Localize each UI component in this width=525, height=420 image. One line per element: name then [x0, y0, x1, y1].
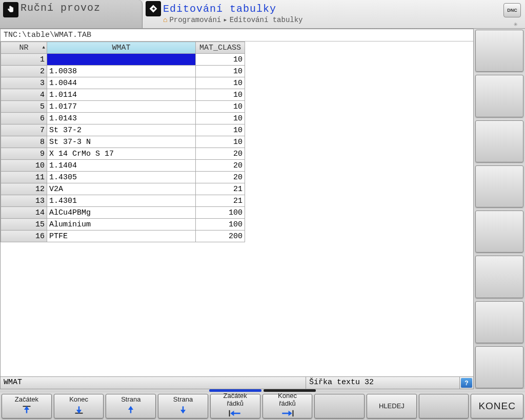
cell-wmat[interactable]: AlCu4PBMg	[47, 207, 196, 219]
cell-nr: 16	[1, 230, 47, 242]
softkey-hledej[interactable]: HLEDEJ	[367, 394, 417, 418]
table-row[interactable]: 7St 37-210	[1, 124, 245, 136]
cell-wmat[interactable]: St 37-2	[47, 124, 196, 136]
cell-wmat[interactable]	[47, 54, 196, 66]
cell-nr: 1	[1, 54, 47, 66]
right-softkey[interactable]	[475, 211, 523, 253]
softkey-bar: ZačátekKonecStranaStranaZačátekřádkůKone…	[0, 392, 525, 420]
cell-wmat[interactable]: 1.4305	[47, 172, 196, 183]
tab-manual-mode[interactable]: Ruční provoz	[0, 0, 143, 28]
hand-icon	[3, 2, 18, 17]
svg-marker-8	[128, 406, 133, 410]
table-row[interactable]: 9X 14 CrMo S 1720	[1, 148, 245, 160]
softkey-label: HLEDEJ	[379, 403, 405, 410]
chevron-right-icon: ▸	[223, 15, 227, 24]
file-path: TNC:\table\WMAT.TAB	[1, 29, 473, 41]
cell-nr: 8	[1, 136, 47, 148]
tab-edit-table[interactable]: Editování tabulky ⌂ Programování ▸ Edito…	[143, 0, 525, 28]
sort-asc-icon: ▲	[43, 45, 45, 50]
tab-edit-label: Editování tabulky	[163, 3, 276, 15]
right-softkey[interactable]	[475, 30, 523, 72]
cell-nr: 11	[1, 172, 47, 183]
cell-wmat[interactable]: PTFE	[47, 230, 196, 242]
right-softkey[interactable]	[475, 256, 523, 298]
table-row[interactable]: 61.014310	[1, 113, 245, 124]
cell-wmat[interactable]: 1.4301	[47, 195, 196, 207]
cell-nr: 4	[1, 89, 47, 101]
cell-wmat[interactable]: X 14 CrMo S 17	[47, 148, 196, 160]
table-row[interactable]: 111.430520	[1, 172, 245, 183]
cell-wmat[interactable]: St 37-3 N	[47, 136, 196, 148]
right-softkey[interactable]	[475, 301, 523, 343]
table-row[interactable]: 131.430121	[1, 195, 245, 207]
cell-wmat[interactable]: 1.0177	[47, 101, 196, 113]
table-area[interactable]: NR▲ WMAT MAT_CLASS 11021.00381031.004410…	[1, 41, 473, 376]
softkey-zatek-dk[interactable]: Začátekřádků	[210, 394, 260, 418]
col-header-nr[interactable]: NR▲	[1, 42, 47, 54]
arrow-down-icon	[175, 405, 191, 416]
softkey-konec[interactable]: KONEC	[471, 394, 523, 418]
cell-mat-class: 21	[196, 195, 245, 207]
softkey-strana[interactable]: Strana	[158, 394, 208, 418]
content-area: TNC:\table\WMAT.TAB NR▲ WMAT MAT_CLASS 1…	[0, 29, 474, 389]
softkey-strana[interactable]: Strana	[106, 394, 156, 418]
cell-mat-class: 100	[196, 219, 245, 230]
table-row[interactable]: 41.011410	[1, 89, 245, 101]
softkey-empty	[314, 394, 365, 418]
cell-wmat[interactable]: 1.0044	[47, 77, 196, 89]
status-bar: WMAT Šířka textu 32 ?	[1, 376, 473, 389]
table-row[interactable]: 15Aluminium100	[1, 219, 245, 230]
table-row[interactable]: 110	[1, 54, 245, 66]
table-row[interactable]: 16PTFE200	[1, 230, 245, 242]
softkey-konec[interactable]: Konec	[54, 394, 104, 418]
cell-wmat[interactable]: V2A	[47, 183, 196, 195]
table-row[interactable]: 14AlCu4PBMg100	[1, 207, 245, 219]
softkey-label: Začátek	[15, 396, 38, 404]
table-row[interactable]: 8St 37-3 N10	[1, 136, 245, 148]
svg-marker-16	[289, 411, 292, 416]
softkey-zatek[interactable]: Začátek	[2, 394, 52, 418]
cell-mat-class: 20	[196, 160, 245, 172]
softkey-konec-dk[interactable]: Konecřádků	[262, 394, 313, 418]
diamond-icon	[146, 1, 161, 16]
right-softkey[interactable]	[475, 120, 523, 162]
cell-mat-class: 100	[196, 207, 245, 219]
cell-nr: 9	[1, 148, 47, 160]
cell-mat-class: 20	[196, 172, 245, 183]
cell-mat-class: 10	[196, 101, 245, 113]
breadcrumb-item[interactable]: Programování	[169, 16, 221, 24]
cell-nr: 12	[1, 183, 47, 195]
col-header-mat-class[interactable]: MAT_CLASS	[196, 42, 245, 54]
table-row[interactable]: 51.017710	[1, 101, 245, 113]
cell-nr: 6	[1, 113, 47, 124]
cell-mat-class: 10	[196, 77, 245, 89]
cell-nr: 5	[1, 101, 47, 113]
softkey-label: Strana	[121, 396, 140, 404]
right-softkey[interactable]	[475, 346, 523, 388]
cell-wmat[interactable]: 1.0114	[47, 89, 196, 101]
breadcrumb: ⌂ Programování ▸ Editování tabulky	[163, 15, 522, 24]
cell-wmat[interactable]: 1.0143	[47, 113, 196, 124]
right-softkey[interactable]	[475, 75, 523, 117]
col-header-wmat[interactable]: WMAT	[47, 42, 196, 54]
arrow-left-stop-icon	[228, 408, 243, 420]
cell-wmat[interactable]: Aluminium	[47, 219, 196, 230]
table-row[interactable]: 31.004410	[1, 77, 245, 89]
table-row[interactable]: 12V2A21	[1, 183, 245, 195]
dnc-button[interactable]: DNC	[503, 3, 521, 17]
breadcrumb-item[interactable]: Editování tabulky	[230, 16, 303, 24]
cell-mat-class: 10	[196, 136, 245, 148]
table-row[interactable]: 101.140420	[1, 160, 245, 172]
arrow-up-icon	[123, 405, 138, 416]
cell-wmat[interactable]: 1.0038	[47, 66, 196, 77]
cell-nr: 14	[1, 207, 47, 219]
cell-mat-class: 20	[196, 148, 245, 160]
arrow-right-stop-icon	[279, 408, 295, 420]
softkey-empty	[419, 394, 469, 418]
table-row[interactable]: 21.003810	[1, 66, 245, 77]
svg-marker-10	[180, 410, 186, 414]
home-icon[interactable]: ⌂	[163, 16, 167, 24]
help-icon[interactable]: ?	[461, 378, 472, 388]
right-softkey[interactable]	[475, 165, 523, 207]
cell-wmat[interactable]: 1.1404	[47, 160, 196, 172]
